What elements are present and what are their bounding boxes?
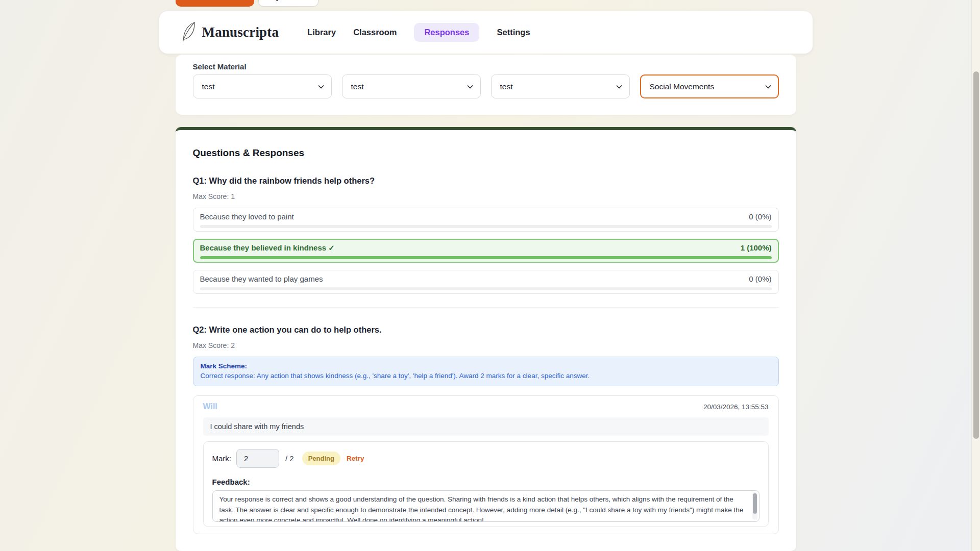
feedback-textarea[interactable]: Your response is correct and shows a goo… <box>212 490 760 522</box>
student-response-card: Will 20/03/2026, 13:55:53 I could share … <box>193 395 779 534</box>
max-score-label: Max Score: 2 <box>193 341 779 349</box>
option-count: 1 (100%) <box>741 243 772 252</box>
status-badge: Pending <box>302 452 340 465</box>
material-select-4[interactable]: Social Movements <box>640 74 779 98</box>
questions-responses-panel: Questions & Responses Q1: Why did the ra… <box>176 127 796 551</box>
option-progress-bar <box>200 256 772 259</box>
material-select-wrap-3: test <box>491 74 630 98</box>
student-name-link[interactable]: Will <box>203 402 217 411</box>
question-block-q2: Q2: Write one action you can do to help … <box>193 325 779 534</box>
tab-responses[interactable]: Responses <box>414 23 479 42</box>
panel-title: Questions & Responses <box>193 147 779 159</box>
material-selects-row: test test test Social Movements <box>193 74 779 98</box>
question-block-q1: Q1: Why did the rainbow friends help oth… <box>193 176 779 308</box>
app-title: Manuscripta <box>202 24 279 40</box>
option-progress-bar <box>200 225 772 228</box>
page-scrollbar-thumb[interactable] <box>973 71 979 439</box>
tab-library[interactable]: Library <box>307 28 336 37</box>
answer-option-row: Because they loved to paint 0 (0%) <box>193 208 779 232</box>
feedback-scrollbar[interactable] <box>752 492 757 520</box>
student-answer-text: I could share with my friends <box>203 417 769 436</box>
material-select-wrap-2: test <box>342 74 481 98</box>
top-navigation-bar: Manuscripta Library Classroom Responses … <box>159 11 813 54</box>
nav-tabs: Library Classroom Responses Settings <box>307 23 530 42</box>
page-scrollbar[interactable] <box>971 0 980 551</box>
feedback-scrollbar-thumb[interactable] <box>753 493 757 514</box>
brand: Manuscripta <box>181 21 279 44</box>
marking-panel: Mark: / 2 Pending Retry Feedback: Your r… <box>203 441 769 527</box>
option-label: Because they wanted to play games <box>200 274 323 283</box>
select-material-label: Select Material <box>193 62 779 71</box>
question-title: Q2: Write one action you can do to help … <box>193 325 779 335</box>
material-select-wrap-4: Social Movements <box>640 74 779 98</box>
mark-input[interactable] <box>236 449 279 468</box>
option-count: 0 (0%) <box>749 212 771 221</box>
mark-scheme-title: Mark Scheme: <box>201 362 771 370</box>
tab-classroom[interactable]: Classroom <box>353 28 397 37</box>
material-select-3[interactable]: test <box>491 74 630 98</box>
tab-settings[interactable]: Settings <box>497 28 530 37</box>
feedback-text: Your response is correct and shows a goo… <box>213 491 759 522</box>
max-score-label: Max Score: 1 <box>193 192 779 201</box>
question-title: Q1: Why did the rainbow friends help oth… <box>193 176 779 186</box>
option-count: 0 (0%) <box>749 274 771 283</box>
answer-option-row-correct: Because they believed in kindness ✓ 1 (1… <box>193 239 779 263</box>
material-select-1[interactable]: test <box>193 74 332 98</box>
mark-total: / 2 <box>285 454 294 463</box>
response-timestamp: 20/03/2026, 13:55:53 <box>703 403 769 411</box>
class-overview-button[interactable]: Class Overview <box>176 0 255 7</box>
select-material-panel: Select Material test test test Social Mo… <box>176 55 796 115</box>
option-label: Because they loved to paint <box>200 212 294 221</box>
option-label: Because they believed in kindness ✓ <box>200 243 335 252</box>
mark-scheme-text: Correct response: Any action that shows … <box>201 372 771 380</box>
feedback-label: Feedback: <box>212 478 760 486</box>
material-select-wrap-1: test <box>193 74 332 98</box>
answer-option-row: Because they wanted to play games 0 (0%) <box>193 270 779 294</box>
view-toggle-group: Class Overview By Device <box>176 0 796 7</box>
material-select-2[interactable]: test <box>342 74 481 98</box>
mark-scheme-box: Mark Scheme: Correct response: Any actio… <box>193 357 779 386</box>
option-progress-bar <box>200 287 772 290</box>
mark-label: Mark: <box>212 454 232 463</box>
retry-button[interactable]: Retry <box>347 455 364 462</box>
by-device-button[interactable]: By Device <box>258 0 318 7</box>
page: Class Overview By Device Manuscripta Lib… <box>0 0 971 551</box>
quill-logo-icon <box>181 21 197 44</box>
